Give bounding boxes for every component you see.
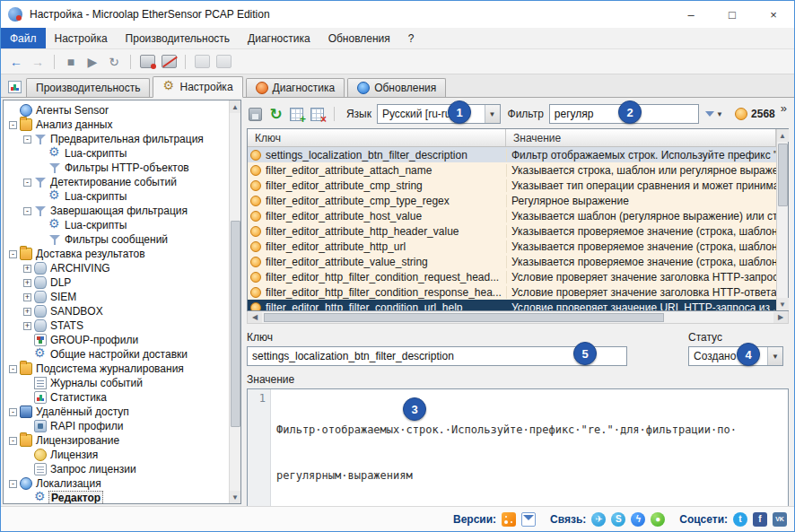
toolbar-overflow-button[interactable]: » xyxy=(779,101,789,115)
save-icon[interactable] xyxy=(247,104,264,124)
refresh-icon[interactable]: ↻ xyxy=(267,104,284,124)
scroll-up-icon[interactable]: ▲ xyxy=(777,129,789,142)
email-icon[interactable] xyxy=(521,512,536,527)
menu-updates[interactable]: Обновления xyxy=(319,28,399,48)
expand-icon[interactable]: + xyxy=(23,308,31,316)
menu-file[interactable]: Файл xyxy=(1,28,46,48)
skype-icon[interactable]: S xyxy=(611,512,625,527)
column-header-key[interactable]: Ключ xyxy=(248,129,506,146)
expand-icon[interactable]: + xyxy=(23,293,31,301)
scroll-left-icon[interactable]: ◀ xyxy=(248,312,262,323)
tree-item[interactable]: Лицензия xyxy=(5,448,228,462)
value-editor[interactable]: 1 Фильтр·отображаемых·строк.·Используйте… xyxy=(247,388,789,507)
chevron-down-icon[interactable]: ▼ xyxy=(485,105,500,123)
scroll-up-icon[interactable]: ▲ xyxy=(230,100,241,113)
restart-icon[interactable]: ↻ xyxy=(104,52,124,72)
close-button[interactable]: × xyxy=(753,1,794,28)
filter-menu-button[interactable]: ▼ xyxy=(703,104,726,124)
collapse-icon[interactable]: - xyxy=(9,250,17,258)
tree-item[interactable]: +STATS xyxy=(5,318,228,333)
scroll-down-icon[interactable]: ▼ xyxy=(777,298,789,310)
tree-item[interactable]: Запрос лицензии xyxy=(5,462,228,476)
add-row-icon[interactable] xyxy=(288,104,305,124)
tree-item[interactable]: +SIEM xyxy=(5,290,228,304)
vk-icon[interactable]: VK xyxy=(773,512,787,527)
tree-item[interactable]: -Предварительная фильтрация xyxy=(5,132,228,146)
stop-icon[interactable]: ■ xyxy=(61,52,81,72)
table-row[interactable]: filter_editor_http_filter_condition_url_… xyxy=(248,300,776,310)
table-row[interactable]: filter_editor_attribute_cmp_type_regexРе… xyxy=(248,193,776,208)
collapse-icon[interactable]: - xyxy=(9,365,17,373)
chevron-down-icon[interactable]: ▼ xyxy=(767,347,782,365)
maximize-button[interactable]: □ xyxy=(712,1,753,28)
back-icon[interactable]: ← xyxy=(6,52,26,72)
expand-icon[interactable]: + xyxy=(23,322,31,330)
tree-item[interactable]: -Анализ данных xyxy=(5,118,228,132)
tree-item[interactable]: Журналы событий xyxy=(5,376,228,390)
menu-help[interactable]: ? xyxy=(399,28,424,48)
messenger-icon[interactable]: ϟ xyxy=(631,512,645,527)
forward-icon[interactable]: → xyxy=(28,52,48,72)
tree-item[interactable]: -Подсистема журналирования xyxy=(5,362,228,376)
table-vscrollbar[interactable]: ▲ ▼ xyxy=(776,129,788,310)
tree-item[interactable]: Редактор xyxy=(5,491,228,504)
tree-item[interactable]: -Детектирование событий xyxy=(5,175,228,189)
tree-item[interactable]: RAPI профили xyxy=(5,419,228,433)
table-row[interactable]: settings_localization_btn_filter_descrip… xyxy=(248,147,776,162)
table-row[interactable]: filter_editor_http_filter_condition_requ… xyxy=(248,269,776,284)
scroll-thumb[interactable] xyxy=(264,313,664,322)
tab-diagnostics[interactable]: Диагностика xyxy=(246,78,345,97)
collapse-icon[interactable]: - xyxy=(23,179,31,187)
collapse-icon[interactable]: - xyxy=(9,121,17,129)
tree-item[interactable]: -Лицензирование xyxy=(5,433,228,448)
tree-item[interactable]: +DLP xyxy=(5,275,228,290)
table-row[interactable]: filter_editor_attribute_http_header_valu… xyxy=(248,223,776,239)
scroll-right-icon[interactable]: ▶ xyxy=(773,312,788,323)
expand-icon[interactable]: + xyxy=(23,265,31,273)
scroll-thumb[interactable] xyxy=(778,144,788,206)
table-row[interactable]: filter_editor_attribute_http_urlУказывае… xyxy=(248,239,776,254)
menu-diagnostics[interactable]: Диагностика xyxy=(239,28,319,48)
scroll-down-icon[interactable]: ▼ xyxy=(230,491,241,503)
rss-icon[interactable] xyxy=(502,512,516,527)
collapse-icon[interactable]: - xyxy=(9,437,17,445)
tree-item[interactable]: Lua-скрипты xyxy=(5,189,228,204)
tree-item[interactable]: -Доставка результатов xyxy=(5,247,228,261)
value-text[interactable]: Фильтр·отображаемых·строк.·Используйте·п… xyxy=(271,389,742,506)
tool-disabled-icon[interactable] xyxy=(214,52,233,72)
tree-item[interactable]: Lua-скрипты xyxy=(5,218,228,232)
collapse-icon[interactable]: - xyxy=(9,408,17,416)
start-icon[interactable]: ▶ xyxy=(83,52,102,72)
tab-updates[interactable]: Обновления xyxy=(347,78,446,97)
table-row[interactable]: filter_editor_http_filter_condition_resp… xyxy=(248,284,776,300)
tree-item[interactable]: Агенты Sensor xyxy=(5,103,228,118)
minimize-button[interactable]: – xyxy=(670,1,712,28)
tab-settings[interactable]: Настройка xyxy=(153,76,242,98)
tree-item[interactable]: -Завершающая фильтрация xyxy=(5,204,228,218)
collapse-icon[interactable]: - xyxy=(9,480,17,488)
delete-row-icon[interactable] xyxy=(309,104,326,124)
key-input[interactable] xyxy=(247,346,627,366)
tree-item[interactable]: Lua-скрипты xyxy=(5,146,228,161)
table-hscrollbar[interactable]: ◀ ▶ xyxy=(247,311,789,324)
menu-settings[interactable]: Настройка xyxy=(46,28,117,48)
tree-scrollbar[interactable]: ▲ ▼ xyxy=(229,100,240,503)
table-row[interactable]: filter_editor_attribute_cmp_stringУказыв… xyxy=(248,178,776,193)
collapse-icon[interactable]: - xyxy=(23,207,31,215)
scroll-thumb[interactable] xyxy=(231,221,240,427)
telegram-icon[interactable]: ✈ xyxy=(591,512,606,527)
table-row[interactable]: filter_editor_attribute_value_stringУказ… xyxy=(248,254,776,269)
table-row[interactable]: filter_editor_attribute_host_valueУказыв… xyxy=(248,208,776,223)
tab-performance[interactable]: Производительность xyxy=(26,78,150,97)
column-header-value[interactable]: Значение xyxy=(506,129,776,146)
tool-icon[interactable] xyxy=(192,52,212,72)
table-row[interactable]: filter_editor_attribute_attach_nameУказы… xyxy=(248,162,776,178)
service-stop-icon[interactable] xyxy=(159,52,179,72)
facebook-icon[interactable]: f xyxy=(753,512,767,527)
tree-item[interactable]: -Удалённый доступ xyxy=(5,405,228,419)
collapse-icon[interactable]: - xyxy=(23,135,31,144)
status-select[interactable]: Создано ▼ xyxy=(688,346,783,366)
tree-item[interactable]: +SANDBOX xyxy=(5,304,228,318)
tree-item[interactable]: +ARCHIVING xyxy=(5,261,228,275)
tree-item[interactable]: Статистика xyxy=(5,390,228,405)
